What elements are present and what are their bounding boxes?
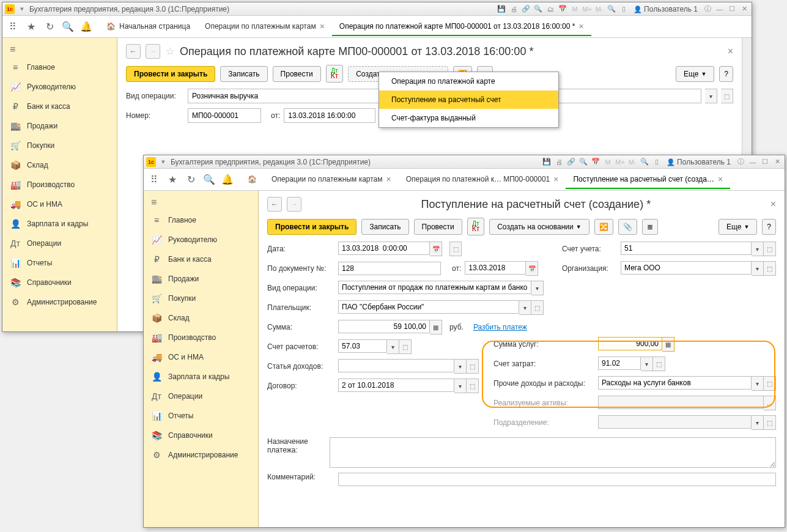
tab-operations[interactable]: Операции по платежным картам× — [198, 18, 332, 36]
back-button[interactable]: ← — [126, 44, 141, 59]
sidebar-item-production[interactable]: 🏭Производство — [2, 175, 117, 194]
sidebar-item-main[interactable]: ≡Главное — [144, 210, 258, 230]
account-field[interactable] — [621, 242, 752, 255]
field-open-icon[interactable]: ⬚ — [764, 415, 776, 430]
tab-close-icon[interactable]: × — [553, 174, 558, 184]
sidebar-item-refs[interactable]: 📚Справочники — [144, 426, 258, 445]
calendar-picker-icon[interactable]: 📅 — [430, 242, 442, 256]
bell-icon[interactable]: 🔔 — [221, 173, 234, 187]
sidebar-item-admin[interactable]: ⚙Администрирование — [144, 445, 258, 465]
post-and-close-button[interactable]: Провести и закрыть — [126, 66, 215, 82]
tab-close-icon[interactable]: × — [578, 21, 583, 31]
sidebar-item-sales[interactable]: 🏬Продажи — [144, 269, 258, 289]
print-icon[interactable]: 🖨 — [509, 4, 519, 14]
field-open-icon[interactable]: ⬚ — [531, 300, 544, 315]
sidebar-item-operations[interactable]: ДтОперации — [2, 234, 117, 253]
star-icon[interactable]: ★ — [24, 20, 38, 34]
other-exp-field[interactable] — [598, 376, 752, 390]
sidebar-item-refs[interactable]: 📚Справочники — [2, 273, 117, 292]
search2-icon[interactable]: 🔍 — [61, 20, 75, 34]
calendar-icon[interactable]: 📅 — [591, 157, 600, 167]
sidebar-item-stock[interactable]: 📦Склад — [144, 308, 258, 328]
payer-field[interactable] — [338, 300, 519, 314]
field-open-icon[interactable]: ⬚ — [467, 379, 479, 393]
maximize-icon[interactable]: ☐ — [760, 157, 770, 167]
forward-button[interactable]: → — [146, 44, 160, 59]
dropdown-icon[interactable]: ▾ — [158, 157, 168, 167]
history-icon[interactable]: ↻ — [43, 20, 56, 34]
mminus-icon[interactable]: M- — [627, 157, 637, 167]
sidebar-item-purchases[interactable]: 🛒Покупки — [2, 136, 117, 155]
field-dropdown-icon[interactable]: ▾ — [752, 415, 764, 430]
dtkt-button[interactable]: ДтКт — [467, 218, 485, 235]
link-icon[interactable]: 🔗 — [521, 4, 531, 14]
contract-field[interactable] — [338, 379, 454, 392]
tab-operation-doc[interactable]: Операция по платежной к… МП00-000001× — [399, 171, 566, 189]
purpose-field[interactable] — [330, 437, 776, 468]
close-icon[interactable]: ✕ — [772, 157, 782, 167]
optype-field[interactable] — [338, 281, 531, 294]
calc-icon[interactable]: ▦ — [430, 320, 442, 334]
field-dropdown-icon[interactable]: ▾ — [519, 300, 531, 315]
tab-operations[interactable]: Операции по платежным картам× — [264, 171, 399, 189]
post-and-close-button[interactable]: Провести и закрыть — [267, 219, 357, 235]
post-button[interactable]: Провести — [414, 219, 462, 235]
bell-icon[interactable]: 🔔 — [79, 20, 93, 34]
field-open-icon[interactable]: ⬚ — [721, 89, 733, 103]
panel-icon[interactable]: ▯ — [652, 157, 662, 167]
more-button[interactable]: Еще ▼ — [719, 219, 757, 235]
field-dropdown-icon[interactable]: ▾ — [705, 89, 717, 103]
info-icon[interactable]: ⓘ — [703, 4, 712, 14]
field-dropdown-icon[interactable]: ▾ — [531, 281, 544, 295]
user-label[interactable]: 👤 Пользователь 1 — [664, 158, 733, 166]
tab-bank-receipt[interactable]: Поступление на расчетный счет (созда…× — [566, 171, 730, 189]
minimize-icon[interactable]: — — [715, 4, 725, 14]
sidebar-item-assets[interactable]: 🚚ОС и НМА — [2, 194, 117, 214]
close-content-icon[interactable]: × — [728, 46, 733, 57]
search2-icon[interactable]: 🔍 — [202, 173, 216, 187]
field-dropdown-icon[interactable]: ▾ — [752, 376, 764, 391]
close-icon[interactable]: ✕ — [739, 4, 749, 14]
sidebar-item-bank[interactable]: ₽Банк и касса — [144, 249, 258, 269]
field-open-icon[interactable]: ⬚ — [467, 359, 479, 374]
apps-icon[interactable]: ⠿ — [147, 173, 161, 187]
sidebar-item-sales[interactable]: 🏬Продажи — [2, 116, 117, 136]
search-icon[interactable]: 🔍 — [578, 157, 588, 167]
save-button[interactable]: Записать — [361, 219, 408, 235]
m-icon[interactable]: M — [570, 4, 580, 14]
calendar-picker-icon[interactable]: 📅 — [526, 261, 538, 276]
star-icon[interactable]: ★ — [166, 173, 179, 187]
tab-operation-doc[interactable]: Операция по платежной карте МП00-000001 … — [332, 18, 591, 36]
sidebar-item-production[interactable]: 🏭Производство — [144, 328, 258, 347]
attach-button[interactable]: 📎 — [618, 219, 637, 235]
calendar-icon[interactable]: 📅 — [558, 4, 567, 14]
create-based-button[interactable]: Создать на основании ▼ — [489, 219, 589, 235]
menu-item-card-operation[interactable]: Операция по платежной карте — [379, 72, 558, 91]
split-payment-link[interactable]: Разбить платеж — [473, 323, 527, 331]
tab-close-icon[interactable]: × — [320, 21, 325, 31]
sidebar-toggle-icon[interactable]: ≡ — [144, 194, 258, 210]
date-field[interactable] — [284, 108, 375, 123]
save-icon[interactable]: 💾 — [497, 4, 506, 14]
tab-close-icon[interactable]: × — [386, 174, 391, 184]
tab-home[interactable]: 🏠 Начальная страница — [104, 18, 198, 36]
comment-field[interactable] — [338, 473, 776, 486]
field-open-icon[interactable]: ⬚ — [653, 357, 665, 371]
field-dropdown-icon[interactable]: ▾ — [454, 359, 467, 374]
structure-button[interactable]: 🔀 — [594, 219, 613, 235]
sum-field[interactable] — [338, 320, 430, 333]
field-open-icon[interactable]: ⬚ — [764, 376, 776, 391]
save-icon[interactable]: 💾 — [542, 157, 552, 167]
back-button[interactable]: ← — [267, 197, 282, 212]
field-open-icon[interactable]: ⬚ — [764, 242, 776, 256]
service-sum-field[interactable] — [598, 337, 662, 350]
favorite-icon[interactable]: ☆ — [165, 45, 175, 58]
dtkt-button[interactable]: ДтКт — [326, 65, 344, 83]
forward-button[interactable]: → — [287, 197, 301, 212]
cost-account-field[interactable] — [598, 357, 641, 370]
field-dropdown-icon[interactable]: ▾ — [387, 339, 399, 354]
field-dropdown-icon[interactable]: ▾ — [641, 357, 653, 371]
post-button[interactable]: Провести — [273, 66, 321, 82]
menu-item-bank-receipt[interactable]: Поступление на расчетный счет — [379, 91, 558, 109]
settlement-account-field[interactable] — [338, 339, 387, 353]
